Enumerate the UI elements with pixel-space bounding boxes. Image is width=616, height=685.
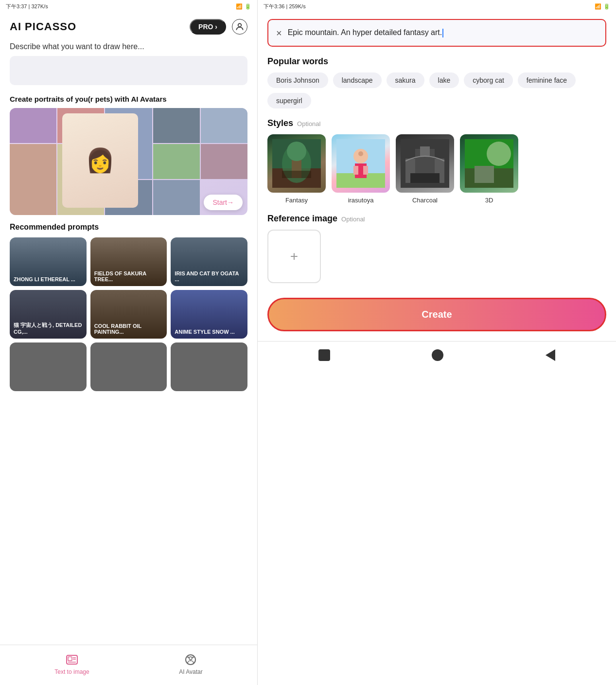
ai-avatar-label: AI Avatar <box>179 668 202 675</box>
text-input-area: × Epic mountain. An hyper detailed fanta… <box>267 19 606 47</box>
add-reference-icon: + <box>290 249 298 264</box>
app-header: AI PICASSO PRO › <box>0 13 257 42</box>
header-right: PRO › <box>190 19 247 35</box>
style-irasutoya[interactable]: irasutoya <box>332 134 390 204</box>
svg-point-22 <box>358 151 363 156</box>
svg-point-14 <box>287 142 306 161</box>
charcoal-image <box>396 134 454 193</box>
reference-header: Reference image Optional <box>267 214 606 224</box>
styles-section: Styles Optional <box>258 118 616 214</box>
svg-rect-15 <box>282 171 311 178</box>
style-charcoal[interactable]: Charcoal <box>396 134 454 204</box>
ai-avatar-icon <box>184 653 197 667</box>
describe-input[interactable] <box>10 56 247 85</box>
prompt-text-5: COOL RABBIT OIL PAINTING... <box>94 323 163 335</box>
nav-text-to-image[interactable]: Text to image <box>54 653 89 675</box>
svg-point-30 <box>487 142 511 166</box>
prompt-text-6: ANIME STYLE SNOW ... <box>175 329 234 335</box>
create-button-container: Create <box>258 293 616 341</box>
right-panel: 下午3:36 | 259K/s 📶 🔋 × Epic mountain. An … <box>258 0 616 685</box>
word-chip-supergirl[interactable]: supergirl <box>267 93 311 108</box>
style-charcoal-thumb <box>396 134 454 193</box>
android-recent-button[interactable] <box>318 349 330 361</box>
word-chip-feminine[interactable]: feminine face <box>518 72 576 88</box>
reference-section: Reference image Optional + <box>258 214 616 293</box>
svg-rect-20 <box>353 166 358 175</box>
describe-label: Describe what you want to draw here... <box>10 42 247 51</box>
svg-rect-2 <box>68 657 72 661</box>
avatar-cell-4 <box>153 108 200 143</box>
styles-title: Styles <box>267 118 293 128</box>
android-back-button[interactable] <box>546 349 555 361</box>
prompt-card-1[interactable]: ZHONG LI ETHEREAL ... <box>10 237 87 286</box>
bottom-nav: Text to image AI Avatar <box>0 645 257 685</box>
svg-point-0 <box>238 23 242 27</box>
add-reference-button[interactable]: + <box>267 230 321 283</box>
word-chip-sakura[interactable]: sakura <box>387 72 424 88</box>
style-3d-name: 3D <box>485 197 493 204</box>
popular-words-title: Popular words <box>258 56 616 72</box>
text-input-content[interactable]: Epic mountain. An hyper detailed fantasy… <box>288 27 598 38</box>
left-status-icons: 📶 🔋 <box>236 3 251 10</box>
word-chip-lake[interactable]: lake <box>429 72 459 88</box>
popular-words-container: Boris Johnson landscape sakura lake cybo… <box>258 72 616 118</box>
style-irasutoya-name: irasutoya <box>348 197 374 204</box>
left-status-bar: 下午3:37 | 327K/s 📶 🔋 <box>0 0 257 13</box>
start-button[interactable]: Start→ <box>204 195 243 210</box>
avatars-grid[interactable]: 👩 Start→ <box>10 108 247 215</box>
input-text: Epic mountain. An hyper detailed fantasy… <box>288 28 442 36</box>
svg-point-7 <box>189 657 192 660</box>
pro-button[interactable]: PRO › <box>190 19 226 35</box>
fantasy-image <box>267 134 326 193</box>
android-home-button[interactable] <box>432 349 443 361</box>
prompt-text-4: 猫 宇宙人と戦う, DETAILED CG,... <box>14 322 83 335</box>
prompt-card-9[interactable] <box>171 342 247 391</box>
avatar-cell-11 <box>153 180 200 215</box>
prompts-grid: ZHONG LI ETHEREAL ... FIELDS OF SAKURA T… <box>10 237 247 391</box>
prompt-text-1: ZHONG LI ETHEREAL ... <box>14 276 75 282</box>
prompt-card-4[interactable]: 猫 宇宙人と戦う, DETAILED CG,... <box>10 290 87 339</box>
style-irasutoya-thumb <box>332 134 390 193</box>
avatars-section: Create portraits of you(r pets) with AI … <box>0 95 257 223</box>
irasutoya-image <box>332 134 390 193</box>
styles-optional: Optional <box>297 120 320 127</box>
avatar-cell-1 <box>10 108 56 143</box>
main-portrait: 👩 <box>62 113 138 208</box>
word-chip-boris[interactable]: Boris Johnson <box>267 72 328 88</box>
prompt-card-6[interactable]: ANIME STYLE SNOW ... <box>171 290 247 339</box>
svg-rect-27 <box>410 173 440 183</box>
prompt-card-7[interactable] <box>10 342 87 391</box>
style-3d[interactable]: 3D <box>460 134 518 204</box>
create-button[interactable]: Create <box>267 298 606 331</box>
avatars-title: Create portraits of you(r pets) with AI … <box>10 95 247 103</box>
avatar-cell-6 <box>10 144 56 215</box>
style-fantasy-thumb <box>267 134 326 193</box>
styles-scroll: Fantasy <box>267 134 606 204</box>
close-button[interactable]: × <box>276 27 282 39</box>
recommended-section: Recommended prompts ZHONG LI ETHEREAL ..… <box>0 223 257 645</box>
prompt-card-8[interactable] <box>90 342 167 391</box>
left-panel: 下午3:37 | 327K/s 📶 🔋 AI PICASSO PRO › Des… <box>0 0 258 685</box>
threed-image <box>460 134 518 193</box>
prompt-card-3[interactable]: IRIS AND CAT BY OGATA ... <box>171 237 247 286</box>
avatar-cell-5 <box>201 108 247 143</box>
right-status-bar: 下午3:36 | 259K/s 📶 🔋 <box>258 0 616 13</box>
prompt-card-5[interactable]: COOL RABBIT OIL PAINTING... <box>90 290 167 339</box>
style-3d-thumb <box>460 134 518 193</box>
left-status-time: 下午3:37 | 327K/s <box>6 3 48 10</box>
reference-title: Reference image <box>267 214 337 224</box>
reference-optional: Optional <box>341 216 365 223</box>
style-fantasy-name: Fantasy <box>285 197 308 204</box>
word-chip-cyborg[interactable]: cyborg cat <box>464 72 513 88</box>
android-nav <box>258 341 616 369</box>
prompt-text-2: FIELDS OF SAKURA TREE... <box>94 270 163 282</box>
nav-ai-avatar[interactable]: AI Avatar <box>179 653 202 675</box>
user-avatar[interactable] <box>232 19 247 35</box>
text-cursor <box>442 29 443 37</box>
avatar-cell-8 <box>153 144 200 179</box>
style-fantasy[interactable]: Fantasy <box>267 134 326 204</box>
prompt-card-2[interactable]: FIELDS OF SAKURA TREE... <box>90 237 167 286</box>
style-charcoal-name: Charcoal <box>412 197 438 204</box>
word-chip-landscape[interactable]: landscape <box>333 72 382 88</box>
right-status-time: 下午3:36 | 259K/s <box>264 3 306 10</box>
